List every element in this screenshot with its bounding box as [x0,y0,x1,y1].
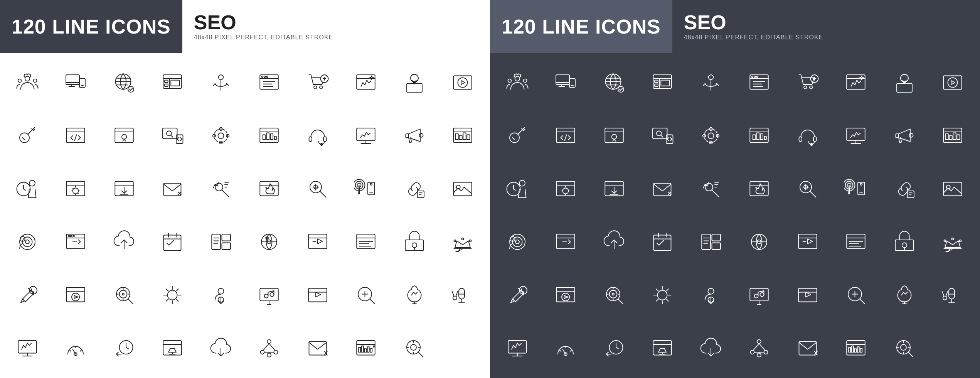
svg-point-214 [952,238,954,240]
svg-rect-179 [957,135,960,140]
svg-point-239 [751,350,754,354]
svg-point-17 [320,86,323,89]
svg-rect-52 [467,135,470,140]
svg-rect-80 [212,234,221,250]
subtitle-box: SEO 48x48 PIXEL PERFECT, EDITABLE STROKE [182,0,345,53]
svg-point-238 [757,340,761,344]
icon-person-location [197,269,244,321]
icon-fire-web [246,163,293,215]
svg-rect-247 [857,347,859,352]
dark-icon-time-person [494,163,541,215]
svg-point-181 [519,180,525,186]
svg-rect-68 [417,191,424,198]
dark-icon-web-tool [639,322,686,374]
svg-point-54 [29,180,35,186]
svg-point-76 [68,236,70,237]
svg-rect-95 [67,287,85,302]
svg-point-224 [658,290,667,300]
svg-rect-202 [557,234,575,249]
svg-point-191 [860,183,862,185]
dark-icon-data-nodes [736,322,783,374]
svg-point-126 [411,344,416,350]
icon-target-person [4,216,51,268]
svg-point-78 [73,236,74,237]
svg-point-148 [901,74,908,82]
svg-point-101 [218,289,224,294]
icon-global-settings [246,216,293,268]
svg-point-159 [704,129,717,142]
svg-point-27 [122,134,127,139]
svg-point-11 [219,75,224,80]
dark-icon-dollar-mouse [929,269,977,321]
dark-icon-cart-settings [784,57,831,108]
svg-rect-248 [860,348,862,352]
svg-rect-120 [359,348,361,353]
dark-icon-brain-idea [881,269,928,321]
svg-rect-9 [165,84,168,86]
svg-rect-3 [66,75,79,84]
svg-point-90 [462,238,464,240]
svg-rect-135 [655,80,658,83]
icon-web-tool [149,322,196,374]
dark-icon-search-monitor [639,110,686,162]
svg-point-199 [512,237,522,247]
svg-rect-49 [456,134,459,140]
svg-rect-110 [18,341,37,353]
svg-point-129 [523,79,527,83]
svg-rect-173 [896,134,899,138]
dark-icon-code [542,110,589,162]
svg-rect-137 [661,80,670,86]
svg-rect-45 [357,128,375,141]
icon-bar-chart-web [246,110,293,162]
icon-web-chart [4,322,51,374]
dark-icon-cloud-upload [591,216,638,268]
icon-cloud-upload [101,216,148,268]
icon-dev-settings [149,269,196,321]
svg-point-141 [754,76,756,78]
svg-point-144 [810,86,813,89]
icon-seo-ranking [197,163,244,215]
icon-headset [294,110,341,162]
svg-point-229 [760,293,764,297]
dark-icon-web-layout [639,57,686,108]
svg-point-212 [902,243,907,248]
icon-search-zoom [343,269,390,321]
svg-rect-195 [907,191,914,198]
dark-icon-anchor [687,57,734,108]
dark-icon-web-speed [542,216,589,268]
icon-link-edit [391,163,438,215]
dark-icons-grid [490,53,980,378]
svg-rect-147 [897,83,912,92]
svg-point-114 [267,340,271,344]
dark-icon-search-key [494,110,541,162]
svg-point-88 [412,243,417,248]
dark-icon-target-person [494,216,541,268]
icon-bulb-target [391,216,438,268]
subtitle-label: 48x48 PIXEL PERFECT, EDITABLE STROKE [194,34,333,41]
icon-video-play [439,57,487,108]
icon-chart-bars [439,110,487,162]
dark-icon-fire-web [736,163,783,215]
dark-icon-content-layout [687,216,734,268]
svg-point-1 [18,79,21,83]
dark-icon-search-zoom [833,269,880,321]
svg-point-150 [948,78,958,87]
svg-point-115 [261,350,264,354]
dark-icon-headset [784,110,831,162]
svg-rect-177 [950,136,953,140]
svg-point-14 [264,76,266,78]
svg-point-143 [804,86,807,89]
svg-point-213 [944,240,946,242]
svg-rect-219 [557,287,575,302]
svg-point-15 [266,76,268,78]
svg-rect-10 [171,80,180,86]
icon-time-person [4,163,51,215]
svg-rect-245 [852,346,854,352]
svg-point-16 [314,86,317,89]
svg-rect-82 [222,243,231,250]
dark-header: 120 LINE ICONS SEO 48x48 PIXEL PERFECT, … [490,0,980,53]
svg-rect-38 [263,135,265,140]
svg-rect-178 [953,133,956,140]
svg-point-183 [563,188,569,194]
dark-icon-web-chart [494,322,541,374]
